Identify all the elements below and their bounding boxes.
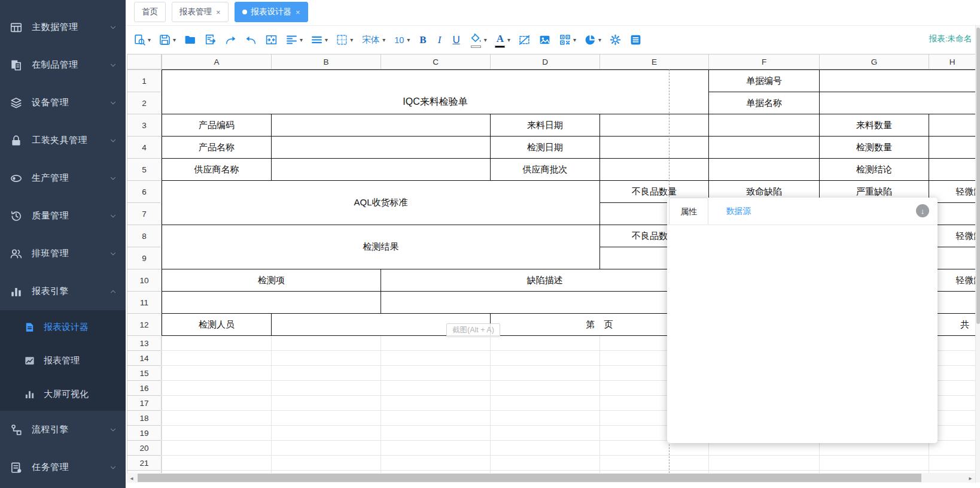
form-title-cell[interactable]: IQC来料检验单	[162, 69, 709, 114]
col-header-C[interactable]: C	[381, 54, 491, 69]
vertical-scrollbar-thumb[interactable]	[976, 28, 980, 324]
cell-r4c1[interactable]: 产品名称	[162, 136, 272, 159]
sidebar-item-7[interactable]: 报表引擎	[0, 272, 126, 310]
col-header-B[interactable]: B	[271, 54, 381, 69]
row-header-19[interactable]: 19	[127, 425, 162, 441]
cell-r4c4[interactable]: 检测日期	[490, 136, 600, 159]
cell-r3c8[interactable]	[929, 114, 975, 137]
cell-r5c6[interactable]	[708, 158, 820, 181]
panel-tab-datasource[interactable]: 数据源	[726, 198, 751, 225]
grid-border-button[interactable]: ▾	[334, 32, 355, 48]
col-header-F[interactable]: F	[708, 54, 820, 69]
border-style-button[interactable]: ▾	[309, 32, 330, 48]
panel-tab-attributes[interactable]: 属性	[669, 198, 708, 225]
cell-r5c5[interactable]	[599, 158, 709, 181]
cell-r2c7[interactable]	[819, 92, 975, 114]
cell-r3c5[interactable]	[599, 114, 709, 137]
cell-r3c1[interactable]: 产品编码	[162, 114, 272, 137]
merge-cells-button[interactable]	[263, 32, 279, 48]
col-header-A[interactable]: A	[162, 54, 272, 69]
cell-r3c7[interactable]: 来料数量	[819, 114, 929, 137]
row-header-5[interactable]: 5	[127, 158, 162, 181]
cell-r3c2[interactable]	[271, 114, 491, 137]
export-button[interactable]	[202, 32, 218, 48]
align-button[interactable]: ▾	[284, 32, 305, 48]
cell-r10c3[interactable]: 缺陷描述	[381, 269, 709, 292]
sidebar-subitem-2[interactable]: 大屏可视化	[0, 377, 126, 411]
preview-button[interactable]: ▾	[132, 32, 153, 48]
vertical-scrollbar[interactable]	[975, 26, 980, 483]
cell-r10c1[interactable]: 检测项	[162, 269, 381, 292]
italic-button[interactable]: I	[434, 32, 445, 48]
cell-r5c1[interactable]: 供应商名称	[162, 158, 272, 181]
close-icon[interactable]: ×	[216, 8, 221, 16]
cell-r1c6[interactable]: 单据编号	[708, 69, 820, 92]
tab-report-designer[interactable]: 报表设计器 ×	[235, 2, 308, 22]
undo-button[interactable]	[243, 32, 259, 48]
cell-r4c5[interactable]	[599, 136, 709, 159]
row-header-14[interactable]: 14	[127, 350, 162, 366]
cell-r4c7[interactable]: 检测数量	[819, 136, 929, 159]
row-header-2[interactable]: 2	[127, 92, 162, 114]
properties-button[interactable]	[628, 32, 644, 48]
redo-button[interactable]	[223, 32, 239, 48]
col-header-H[interactable]: H	[929, 54, 975, 69]
sidebar-item-6[interactable]: 排班管理	[0, 235, 126, 272]
cell-r5c2[interactable]	[271, 158, 491, 181]
row-header-7[interactable]: 7	[127, 202, 162, 225]
sidebar-item-0[interactable]: 主数据管理	[0, 8, 126, 46]
font-color-button[interactable]: A▾	[493, 31, 512, 50]
close-icon[interactable]: ×	[296, 8, 300, 16]
row-header-20[interactable]: 20	[127, 440, 162, 456]
cell-r12c1[interactable]: 检测人员	[162, 313, 272, 336]
row-header-12[interactable]: 12	[127, 313, 162, 336]
cell-r5c8[interactable]	[929, 158, 975, 181]
open-button[interactable]	[182, 32, 198, 48]
cell-r3c6[interactable]	[708, 114, 820, 137]
scroll-right-arrow-icon[interactable]: ▸	[966, 475, 975, 481]
row-header-21[interactable]: 21	[127, 455, 162, 471]
settings-button[interactable]	[607, 32, 623, 48]
row-header-4[interactable]: 4	[127, 136, 162, 159]
cell-r6c1[interactable]: AQL收货标准	[162, 180, 600, 225]
row-header-15[interactable]: 15	[127, 365, 162, 381]
sidebar-item-2[interactable]: 设备管理	[0, 84, 126, 122]
save-button[interactable]: ▾	[157, 32, 178, 48]
row-header-3[interactable]: 3	[127, 114, 162, 137]
scroll-left-arrow-icon[interactable]: ◂	[127, 475, 136, 481]
sidebar-item-1[interactable]: 在制品管理	[0, 46, 126, 84]
row-header-16[interactable]: 16	[127, 380, 162, 396]
cell-r4c6[interactable]	[708, 136, 820, 159]
row-header-10[interactable]: 10	[127, 269, 162, 292]
cell-r8c1[interactable]: 检测结果	[162, 225, 600, 269]
sidebar-item-4[interactable]: 生产管理	[0, 159, 126, 197]
qrcode-button[interactable]: ▾	[557, 32, 578, 48]
cell-r11c1[interactable]	[162, 291, 381, 314]
cell-r5c4[interactable]: 供应商批次	[490, 158, 600, 181]
col-header-D[interactable]: D	[490, 54, 600, 69]
cell-r1c7[interactable]	[819, 69, 975, 92]
sheet-corner-cell[interactable]	[127, 54, 162, 69]
sidebar-subitem-0[interactable]: 报表设计器	[0, 310, 126, 344]
row-header-13[interactable]: 13	[127, 335, 162, 351]
row-header-18[interactable]: 18	[127, 410, 162, 426]
fill-color-button[interactable]: ▾	[468, 31, 489, 50]
row-header-1[interactable]: 1	[127, 69, 162, 92]
tab-report-manage[interactable]: 报表管理 ×	[172, 2, 229, 22]
underline-button[interactable]: U	[449, 32, 463, 48]
cell-r4c8[interactable]	[929, 136, 975, 159]
row-header-9[interactable]: 9	[127, 247, 162, 269]
cell-r2c6[interactable]: 单据名称	[708, 92, 820, 114]
cell-r5c7[interactable]: 检测结论	[819, 158, 929, 181]
chart-button[interactable]: ▾	[582, 32, 603, 48]
clear-cell-button[interactable]	[516, 32, 532, 48]
cell-r4c2[interactable]	[271, 136, 491, 159]
cell-r11c3[interactable]	[381, 291, 709, 314]
bold-button[interactable]: B	[416, 32, 430, 48]
sidebar-item-3[interactable]: 工装夹具管理	[0, 122, 126, 159]
row-header-8[interactable]: 8	[127, 225, 162, 247]
font-family-button[interactable]: 宋体▾	[359, 32, 387, 47]
row-header-6[interactable]: 6	[127, 180, 162, 203]
cell-r3c4[interactable]: 来料日期	[490, 114, 600, 137]
row-header-17[interactable]: 17	[127, 395, 162, 411]
